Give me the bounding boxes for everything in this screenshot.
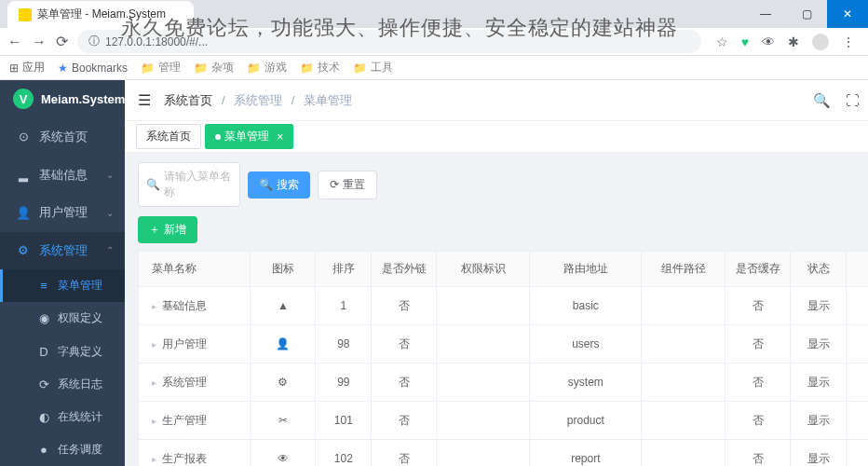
data-table: 菜单名称 图标 排序 是否外链 权限标识 路由地址 组件路径 是否缓存 状态 操… xyxy=(138,251,868,466)
window-close[interactable]: ✕ xyxy=(827,0,868,28)
logo-badge: V xyxy=(13,89,34,109)
td-comp xyxy=(642,325,726,363)
td-ext: 否 xyxy=(372,363,437,401)
app-root: V Meiam.System ⊙ 系统首页 ▂ 基础信息 ⌄ 👤 用户管理 ⌄ … xyxy=(0,80,868,466)
td-route: users xyxy=(530,325,642,363)
table-row: ▸用户管理👤98否users否显示✎🗑 xyxy=(139,325,868,363)
nav-forward-icon[interactable]: → xyxy=(32,34,47,50)
bm-folder-2[interactable]: 📁游戏 xyxy=(247,60,287,75)
ext-puzzle-icon[interactable]: ✱ xyxy=(788,34,799,49)
search-input[interactable]: 🔍 请输入菜单名称 xyxy=(138,162,240,207)
table-row: ▸生产报表👁102否report否显示✎🗑 xyxy=(139,440,868,466)
th-comp: 组件路径 xyxy=(642,252,726,286)
td-ops: ✎🗑 xyxy=(847,287,868,324)
submenu-task[interactable]: ● 任务调度 xyxy=(0,433,125,466)
search-button[interactable]: 🔍搜索 xyxy=(248,171,310,199)
gear-icon: ⚙ xyxy=(17,243,30,257)
table-row: ▸系统管理⚙99否system否显示✎🗑 xyxy=(139,363,868,402)
td-sort: 1 xyxy=(316,287,372,324)
star-icon: ★ xyxy=(58,62,68,75)
td-perm xyxy=(437,440,530,466)
shield-icon: ◉ xyxy=(37,311,50,325)
bm-apps[interactable]: ⊞应用 xyxy=(9,60,45,75)
close-tab-icon[interactable]: × xyxy=(277,130,283,144)
folder-icon: 📁 xyxy=(141,62,155,75)
reset-button[interactable]: ⟳重置 xyxy=(318,171,377,199)
nav-back-icon[interactable]: ← xyxy=(7,34,22,50)
fullscreen-icon[interactable]: ⛶ xyxy=(846,92,860,108)
dashboard-icon: ⊙ xyxy=(17,130,30,144)
bm-folder-0[interactable]: 📁管理 xyxy=(141,60,181,75)
sidebar-item-users[interactable]: 👤 用户管理 ⌄ xyxy=(0,194,125,232)
breadcrumb-1[interactable]: 系统管理 xyxy=(234,93,282,107)
bm-folder-1[interactable]: 📁杂项 xyxy=(194,60,234,75)
td-name: ▸生产报表 xyxy=(139,440,251,466)
td-comp xyxy=(642,440,726,466)
ext-star-icon[interactable]: ☆ xyxy=(716,34,728,49)
add-button[interactable]: ＋新增 xyxy=(138,216,197,243)
sidebar-item-label: 用户管理 xyxy=(39,204,88,221)
browser-titlebar: 菜单管理 - Meiam.System — ▢ ✕ xyxy=(0,0,868,28)
submenu-label: 菜单管理 xyxy=(58,278,102,294)
sidebar-item-basic[interactable]: ▂ 基础信息 ⌄ xyxy=(0,156,125,194)
folder-icon: 📁 xyxy=(247,62,261,75)
submenu-permission[interactable]: ◉ 权限定义 xyxy=(0,302,125,335)
td-icon: 👁 xyxy=(251,440,316,466)
bm-folder-3[interactable]: 📁技术 xyxy=(300,60,340,75)
breadcrumb-0[interactable]: 系统首页 xyxy=(164,93,212,107)
browser-tab[interactable]: 菜单管理 - Meiam.System xyxy=(7,1,194,28)
sidebar-item-label: 基础信息 xyxy=(39,167,88,184)
td-cache: 否 xyxy=(726,325,791,363)
td-route: system xyxy=(530,363,642,401)
submenu-online[interactable]: ◐ 在线统计 xyxy=(0,401,125,433)
tab-title: 菜单管理 - Meiam.System xyxy=(37,7,166,22)
table-row: ▸基础信息▲1否basic否显示✎🗑 xyxy=(139,287,868,325)
submenu-menu-mgmt[interactable]: ≡ 菜单管理 xyxy=(0,269,125,302)
ext-menu-icon[interactable]: ⋮ xyxy=(842,34,855,49)
ext-shield-icon[interactable]: ♥ xyxy=(741,34,749,49)
top-actions: 🔍 ⛶ ᴛT 🖼 ▾ xyxy=(813,89,868,113)
log-icon: ⟳ xyxy=(37,377,50,391)
main-area: ☰ 系统首页 / 系统管理 / 菜单管理 🔍 ⛶ ᴛT 🖼 ▾ 系统首页 菜单管… xyxy=(125,80,868,466)
expand-icon[interactable]: ▸ xyxy=(152,454,156,464)
td-perm xyxy=(437,363,530,401)
search-icon[interactable]: 🔍 xyxy=(813,92,831,109)
submenu-label: 字典定义 xyxy=(58,344,102,360)
td-name: ▸生产管理 xyxy=(139,402,251,439)
td-cache: 否 xyxy=(726,287,791,324)
submenu-log[interactable]: ⟳ 系统日志 xyxy=(0,368,125,401)
tab-home[interactable]: 系统首页 xyxy=(136,124,201,149)
table-row: ▸生产管理✂101否product否显示✎🗑 xyxy=(139,402,868,440)
tab-menu-mgmt[interactable]: 菜单管理 × xyxy=(205,124,293,149)
address-bar[interactable]: ⓘ 127.0.0.1:18000/#/... xyxy=(77,30,701,53)
td-sort: 99 xyxy=(316,363,372,401)
online-icon: ◐ xyxy=(37,410,50,424)
td-ext: 否 xyxy=(372,287,437,324)
window-maximize[interactable]: ▢ xyxy=(786,0,827,28)
extension-icons: ☆ ♥ 👁 ✱ ⋮ xyxy=(711,34,861,50)
chevron-up-icon: ⌃ xyxy=(106,245,114,255)
expand-icon[interactable]: ▸ xyxy=(152,339,156,350)
td-ops: ✎🗑 xyxy=(847,402,868,439)
table-body: ▸基础信息▲1否basic否显示✎🗑▸用户管理👤98否users否显示✎🗑▸系统… xyxy=(139,287,868,466)
sidebar-item-label: 系统管理 xyxy=(39,242,88,259)
bm-bookmarks[interactable]: ★Bookmarks xyxy=(58,62,128,75)
ext-profile-icon[interactable] xyxy=(812,34,829,50)
submenu-dict[interactable]: D 字典定义 xyxy=(0,336,125,368)
th-ext: 是否外链 xyxy=(372,252,437,286)
expand-icon[interactable]: ▸ xyxy=(152,301,156,311)
sidebar-item-system[interactable]: ⚙ 系统管理 ⌃ xyxy=(0,232,125,270)
nav-reload-icon[interactable]: ⟳ xyxy=(56,33,68,50)
hamburger-icon[interactable]: ☰ xyxy=(138,91,151,109)
folder-icon: 📁 xyxy=(353,62,367,75)
td-sort: 101 xyxy=(316,402,372,439)
td-cache: 否 xyxy=(726,440,791,466)
sidebar-item-home[interactable]: ⊙ 系统首页 xyxy=(0,118,125,157)
logo[interactable]: V Meiam.System xyxy=(0,80,125,118)
bm-folder-4[interactable]: 📁工具 xyxy=(353,60,393,75)
expand-icon[interactable]: ▸ xyxy=(152,377,156,388)
th-perm: 权限标识 xyxy=(437,252,530,286)
expand-icon[interactable]: ▸ xyxy=(152,416,156,426)
window-minimize[interactable]: — xyxy=(745,0,786,28)
ext-eye-icon[interactable]: 👁 xyxy=(762,34,775,49)
